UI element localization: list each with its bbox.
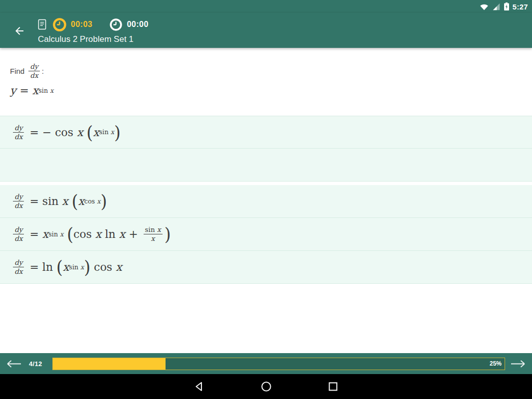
prev-arrow-icon — [6, 360, 22, 368]
wifi-icon — [480, 3, 489, 10]
answer-equation: dydx = ln (xsin x) cos x — [11, 259, 122, 275]
cell-signal-icon — [492, 3, 501, 10]
status-time: 5:27 — [513, 2, 528, 11]
nav-recents-button[interactable] — [327, 381, 339, 393]
progress-fill — [53, 358, 166, 370]
question-prompt: Find dydx: — [10, 63, 522, 79]
answer-option-5[interactable]: dydx = ln (xsin x) cos x — [0, 251, 532, 284]
back-arrow-icon — [13, 25, 26, 37]
question-timer-value: 00:03 — [71, 20, 92, 29]
answer-equation: dydx = xsin x (cos x ln x + sin xx) — [11, 226, 171, 242]
answer-list: dydx = − cos x (xsin x) dydx = sin x (xc… — [0, 116, 532, 284]
answer-option-4[interactable]: dydx = xsin x (cos x ln x + sin xx) — [0, 218, 532, 251]
question-area: Find dydx: y = xsin x — [0, 48, 532, 97]
pager-bar: 4/12 25% — [0, 353, 532, 374]
progress-track: 25% — [52, 358, 505, 370]
screen: 5:27 00:03 — [0, 0, 532, 399]
nav-recents-icon — [327, 381, 339, 393]
nav-back-button[interactable] — [193, 381, 205, 393]
question-screen: Find dydx: y = xsin x dydx = − cos x (xs… — [0, 48, 532, 353]
position-indicator: 4/12 — [29, 360, 42, 368]
answer-option-3[interactable]: dydx = sin x (xcos x) — [0, 185, 532, 218]
app-bar: 00:03 00:00 Calculus 2 Problem Set 1 — [0, 13, 532, 48]
answer-option-2[interactable] — [0, 149, 532, 182]
clock-icon-yellow — [52, 17, 67, 32]
nav-home-icon — [260, 381, 272, 393]
status-bar: 5:27 — [0, 0, 532, 13]
question-expression: y = xsin x — [10, 84, 522, 97]
app-bar-content: 00:03 00:00 Calculus 2 Problem Set 1 — [38, 13, 532, 48]
document-icon — [38, 19, 46, 30]
page-title: Calculus 2 Problem Set 1 — [38, 34, 532, 44]
total-timer-value: 00:00 — [127, 20, 148, 29]
back-button[interactable] — [13, 25, 28, 38]
battery-charging-icon — [504, 2, 509, 10]
answer-equation: dydx = sin x (xcos x) — [11, 193, 107, 209]
android-nav-bar — [0, 374, 532, 399]
prev-button[interactable] — [6, 360, 22, 368]
clock-icon-white — [109, 18, 123, 31]
timer-row: 00:03 00:00 — [38, 13, 532, 33]
progress-percent: 25% — [490, 360, 502, 367]
answer-equation: dydx = − cos x (xsin x) — [11, 124, 121, 141]
next-arrow-icon — [510, 360, 526, 368]
nav-home-button[interactable] — [260, 381, 272, 393]
next-button[interactable] — [510, 360, 526, 368]
answer-option-1[interactable]: dydx = − cos x (xsin x) — [0, 116, 532, 149]
nav-back-icon — [193, 381, 205, 393]
